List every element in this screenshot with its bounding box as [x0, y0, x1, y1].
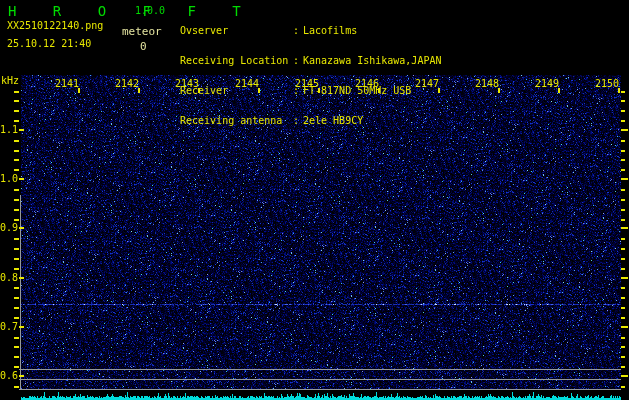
freq-minor-tick-right [621, 297, 625, 299]
antenna-value: 2ele HB9CY [303, 116, 363, 126]
time-tick-label: 2145 [289, 78, 319, 89]
freq-minor-tick-right [621, 199, 625, 201]
freq-minor-tick-left [14, 120, 19, 122]
time-tick-label: 2141 [49, 78, 79, 89]
freq-tick-label: 0.6 [0, 370, 18, 381]
freq-major-tick-right [621, 375, 628, 377]
meteor-count: 0 [140, 40, 147, 53]
time-tick-label: 2149 [529, 78, 559, 89]
freq-minor-tick-left [14, 219, 19, 221]
freq-minor-tick-left [14, 159, 19, 161]
freq-major-tick-left [19, 129, 24, 131]
meteor-mode-label: meteor [122, 25, 162, 38]
time-tick-mark [438, 88, 440, 93]
freq-tick-label: 1.0 [0, 173, 18, 184]
time-tick-label: 2142 [109, 78, 139, 89]
time-tick-mark [138, 88, 140, 93]
freq-major-tick-right [621, 326, 628, 328]
freq-minor-tick-left [14, 189, 19, 191]
time-tick-label: 2150 [589, 78, 619, 89]
freq-minor-tick-left [14, 169, 19, 171]
freq-minor-tick-left [14, 199, 19, 201]
time-tick-label: 2148 [469, 78, 499, 89]
time-tick-mark [198, 88, 200, 93]
freq-minor-tick-right [621, 110, 625, 112]
freq-minor-tick-right [621, 258, 625, 260]
time-tick-label: 2147 [409, 78, 439, 89]
freq-minor-tick-right [621, 219, 625, 221]
freq-minor-tick-left [14, 110, 19, 112]
freq-minor-tick-right [621, 346, 625, 348]
time-tick-mark [378, 88, 380, 93]
separator: : [293, 26, 303, 36]
freq-minor-tick-left [14, 386, 19, 388]
freq-major-tick-right [621, 227, 628, 229]
freq-minor-tick-right [621, 287, 625, 289]
freq-major-tick-right [621, 129, 628, 131]
freq-minor-tick-left [14, 91, 19, 93]
freq-minor-tick-right [621, 238, 625, 240]
freq-minor-tick-left [14, 297, 19, 299]
freq-major-tick-right [621, 178, 628, 180]
freq-major-tick-left [19, 375, 24, 377]
time-tick-label: 2143 [169, 78, 199, 89]
freq-minor-tick-right [621, 189, 625, 191]
freq-minor-tick-left [14, 337, 19, 339]
freq-minor-tick-right [621, 307, 625, 309]
freq-minor-tick-right [621, 268, 625, 270]
separator: : [293, 56, 303, 66]
freq-tick-label: 1.1 [0, 124, 18, 135]
freq-minor-tick-right [621, 356, 625, 358]
location-label: Receiving Location [180, 56, 293, 66]
freq-minor-tick-left [14, 317, 19, 319]
freq-tick-label: 0.9 [0, 222, 18, 233]
time-tick-label: 2146 [349, 78, 379, 89]
freq-major-tick-left [19, 227, 24, 229]
freq-tick-label: 0.8 [0, 272, 18, 283]
freq-minor-tick-right [621, 337, 625, 339]
info-row-antenna: Receiving antenna:2ele HB9CY [180, 116, 441, 126]
freq-minor-tick-right [621, 140, 625, 142]
time-tick-mark [498, 88, 500, 93]
observer-label: Ovserver [180, 26, 293, 36]
time-tick-mark [258, 88, 260, 93]
freq-minor-tick-right [621, 150, 625, 152]
app-version: 1.0.0 [135, 5, 165, 16]
freq-minor-tick-left [14, 268, 19, 270]
location-value: Kanazawa Ishikawa,JAPAN [303, 56, 441, 66]
freq-minor-tick-right [621, 169, 625, 171]
freq-minor-tick-left [14, 287, 19, 289]
freq-minor-tick-left [14, 209, 19, 211]
info-row-observer: Ovserver:Lacofilms [180, 26, 441, 36]
separator: : [293, 116, 303, 126]
freq-minor-tick-right [621, 209, 625, 211]
station-info-block: Ovserver:Lacofilms Receiving Location:Ka… [180, 6, 441, 146]
time-tick-label: 2144 [229, 78, 259, 89]
freq-minor-tick-right [621, 120, 625, 122]
freq-minor-tick-left [14, 366, 19, 368]
observer-value: Lacofilms [303, 26, 357, 36]
freq-minor-tick-left [14, 238, 19, 240]
freq-major-tick-left [19, 178, 24, 180]
freq-minor-tick-left [14, 248, 19, 250]
time-tick-mark [78, 88, 80, 93]
freq-minor-tick-left [14, 140, 19, 142]
time-tick-mark [318, 88, 320, 93]
freq-minor-tick-right [621, 100, 625, 102]
freq-minor-tick-right [621, 386, 625, 388]
hrofft-window: H R O F F T 1.0.0 XX2510122140.png meteo… [0, 0, 629, 400]
freq-minor-tick-left [14, 258, 19, 260]
info-row-location: Receiving Location:Kanazawa Ishikawa,JAP… [180, 56, 441, 66]
time-tick-mark [618, 88, 620, 93]
freq-minor-tick-right [621, 366, 625, 368]
freq-minor-tick-left [14, 356, 19, 358]
freq-minor-tick-left [14, 150, 19, 152]
frequency-unit-label: kHz [1, 75, 19, 86]
observation-datetime: 25.10.12 21:40 [7, 38, 91, 49]
freq-minor-tick-left [14, 307, 19, 309]
time-tick-mark [558, 88, 560, 93]
freq-minor-tick-right [621, 317, 625, 319]
freq-tick-label: 0.7 [0, 321, 18, 332]
antenna-label: Receiving antenna [180, 116, 293, 126]
freq-minor-tick-right [621, 248, 625, 250]
